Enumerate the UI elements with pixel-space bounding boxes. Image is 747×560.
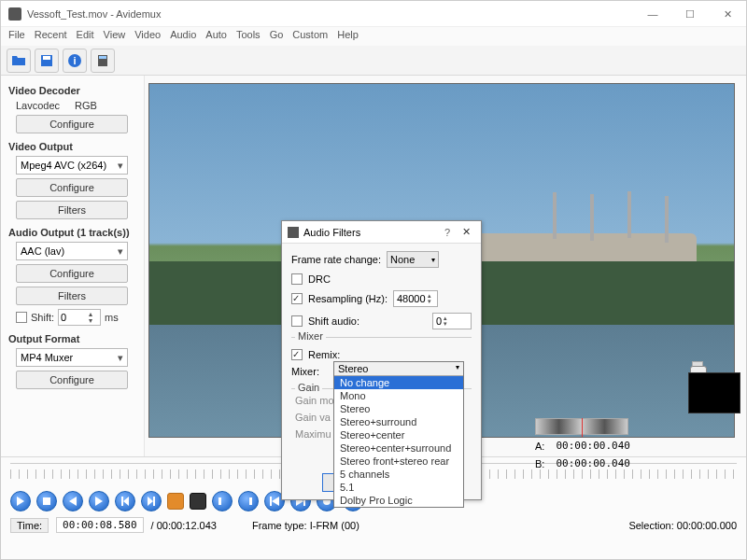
shift-spin[interactable]: 0 ▴▾ xyxy=(58,309,101,326)
chevron-down-icon: ▾ xyxy=(456,363,459,374)
muxer-select[interactable]: MP4 Muxer ▾ xyxy=(16,348,128,367)
audio-filters-dialog: Audio Filters ? ✕ Frame rate change: Non… xyxy=(281,220,482,500)
audio-codec-select[interactable]: AAC (lav) ▾ xyxy=(16,242,128,260)
audio-filters-button[interactable]: Filters xyxy=(16,287,128,305)
menu-recent[interactable]: Recent xyxy=(35,29,67,44)
svg-text:i: i xyxy=(73,55,76,66)
dialog-close-button[interactable]: ✕ xyxy=(457,226,475,238)
decoder-configure-button[interactable]: Configure xyxy=(16,115,128,133)
time-label: Time: xyxy=(10,518,49,533)
close-button[interactable]: ✕ xyxy=(709,1,746,27)
media-icon xyxy=(95,53,110,68)
save-button[interactable] xyxy=(35,49,59,73)
shift-audio-spin[interactable]: 0 ▴▾ xyxy=(432,313,472,329)
stepper-icon: ▴▾ xyxy=(444,315,447,327)
svg-rect-6 xyxy=(43,497,50,505)
stepper-icon: ▴▾ xyxy=(89,311,98,324)
lavcodec-label: Lavcodec xyxy=(16,100,60,111)
minimize-button[interactable]: — xyxy=(634,1,671,27)
drc-checkbox[interactable] xyxy=(291,273,303,285)
duration-label: / 00:00:12.043 xyxy=(151,520,217,531)
shift-value: 0 xyxy=(61,312,66,323)
time-value[interactable]: 00:00:08.580 xyxy=(56,517,143,533)
goto-marker-b-button[interactable] xyxy=(238,491,259,511)
resampling-spin[interactable]: 48000 ▴▾ xyxy=(393,290,438,307)
shift-unit: ms xyxy=(105,312,119,323)
stop-button[interactable] xyxy=(36,491,57,511)
goto-marker-a-button[interactable] xyxy=(212,491,233,511)
mixer-selected: Stereo xyxy=(338,363,368,374)
menu-audio[interactable]: Audio xyxy=(170,29,196,44)
vu-meter xyxy=(688,372,740,413)
mixer-option[interactable]: Stereo front+stereo rear xyxy=(334,455,463,468)
audio-output-header: Audio Output (1 track(s)) xyxy=(8,227,136,238)
play-button[interactable] xyxy=(10,491,31,511)
gain-group-label: Gain xyxy=(295,382,322,393)
menu-auto[interactable]: Auto xyxy=(205,29,227,44)
info-icon: i xyxy=(67,53,82,68)
resampling-checkbox[interactable] xyxy=(291,293,303,304)
menu-go[interactable]: Go xyxy=(270,29,284,44)
frame-rate-select[interactable]: None ▾ xyxy=(387,251,439,268)
menu-view[interactable]: View xyxy=(104,29,126,44)
output-format-header: Output Format xyxy=(8,333,136,344)
marker-a-label: A: xyxy=(535,441,544,452)
prev-frame-button[interactable] xyxy=(63,491,83,511)
resampling-value: 48000 xyxy=(397,293,426,304)
jog-wheel[interactable] xyxy=(535,418,628,435)
mixer-option[interactable]: Dolby Pro Logic xyxy=(334,494,463,507)
open-button[interactable] xyxy=(7,49,31,73)
mixer-option[interactable]: Stereo xyxy=(334,402,463,415)
next-frame-button[interactable] xyxy=(89,491,109,511)
mixer-dropdown-header[interactable]: Stereo ▾ xyxy=(334,362,463,376)
window-title: Vessoft_Test.mov - Avidemux xyxy=(27,8,634,20)
menu-edit[interactable]: Edit xyxy=(77,29,94,44)
menu-help[interactable]: Help xyxy=(337,29,359,44)
marker-a-value: 00:00:00.040 xyxy=(550,439,635,453)
video-configure-button[interactable]: Configure xyxy=(16,178,128,197)
chevron-down-icon: ▾ xyxy=(118,160,123,172)
shift-checkbox[interactable] xyxy=(16,312,27,323)
mixer-option[interactable]: Stereo+center xyxy=(334,428,463,441)
dialog-logo-icon xyxy=(288,227,299,238)
mixer-option[interactable]: Stereo+surround xyxy=(334,415,463,428)
body: Video Decoder Lavcodec RGB Configure Vid… xyxy=(1,76,746,456)
next-keyframe-button[interactable] xyxy=(141,491,162,511)
calculator-button[interactable] xyxy=(91,49,115,73)
mixer-option[interactable]: 5.1 xyxy=(334,481,463,494)
mixer-option[interactable]: Mono xyxy=(334,389,463,402)
remix-checkbox[interactable] xyxy=(291,349,303,360)
mixer-option[interactable]: 5 channels xyxy=(334,468,463,481)
chevron-down-icon: ▾ xyxy=(118,352,123,364)
audio-configure-button[interactable]: Configure xyxy=(16,264,128,283)
stepper-icon: ▴▾ xyxy=(428,293,431,304)
svg-rect-8 xyxy=(249,497,252,505)
dialog-title: Audio Filters xyxy=(303,227,438,238)
set-marker-b-button[interactable] xyxy=(190,493,206,510)
open-icon xyxy=(11,53,26,68)
menu-video[interactable]: Video xyxy=(134,29,161,44)
shift-audio-value: 0 xyxy=(436,315,442,327)
prev-keyframe-button[interactable] xyxy=(115,491,135,511)
muxer-configure-button[interactable]: Configure xyxy=(16,371,128,389)
menu-file[interactable]: File xyxy=(8,29,25,44)
mixer-option[interactable]: Stereo+center+surround xyxy=(334,441,463,455)
info-button[interactable]: i xyxy=(63,49,87,73)
save-icon xyxy=(39,53,54,68)
video-codec-select[interactable]: Mpeg4 AVC (x264) ▾ xyxy=(16,156,128,175)
mixer-option[interactable]: No change xyxy=(334,376,463,389)
muxer-value: MP4 Muxer xyxy=(21,352,73,363)
menu-custom[interactable]: Custom xyxy=(292,29,328,44)
sidebar: Video Decoder Lavcodec RGB Configure Vid… xyxy=(1,76,145,456)
menu-tools[interactable]: Tools xyxy=(236,29,261,44)
mixer-dropdown[interactable]: Stereo ▾ No change Mono Stereo Stereo+su… xyxy=(333,361,464,508)
shift-audio-label: Shift audio: xyxy=(308,315,359,327)
maximize-button[interactable]: ☐ xyxy=(671,1,709,27)
remix-label: Remix: xyxy=(308,349,340,360)
video-filters-button[interactable]: Filters xyxy=(16,201,128,219)
shift-audio-checkbox[interactable] xyxy=(291,315,303,327)
frame-rate-value: None xyxy=(390,254,415,265)
dialog-help-button[interactable]: ? xyxy=(438,227,457,238)
toolbar: i xyxy=(1,46,746,76)
set-marker-a-button[interactable] xyxy=(167,493,184,510)
